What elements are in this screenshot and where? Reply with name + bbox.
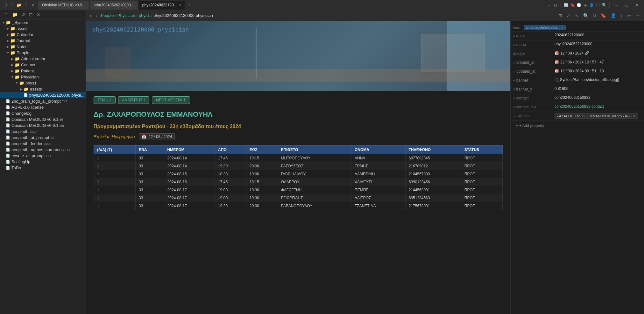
copy-icon[interactable]: ⧉ (591, 12, 598, 19)
table-row[interactable]: 1 33 2024-08-14 19:30 20:00 ΡΑΓΟΥΖΕΟΣ ΕΡ… (94, 162, 503, 170)
save-icon[interactable]: ↑ (24, 3, 29, 8)
sidebar-item-assets[interactable]: ▶ 📁 assets (0, 26, 86, 32)
cell-phone: 6951234563 (405, 194, 461, 202)
reading-mode-icon[interactable]: ⊞ (557, 12, 564, 19)
sidebar-item-notes[interactable]: ▶ 📁 Notes (0, 44, 86, 50)
sidebar-item-contact[interactable]: ▶ 📁 Contact (0, 62, 86, 68)
folder-icon-administrator: 📁 (15, 56, 20, 61)
sidebar-item-assets2[interactable]: ▶ 📁 assets (0, 86, 86, 92)
tab-add-button[interactable]: + (186, 2, 193, 9)
more-icon[interactable]: ⋯ (634, 12, 641, 19)
close-icon[interactable]: ✕ (31, 3, 36, 8)
sidebar-item-system[interactable]: ▼ 📁 _System (0, 19, 86, 26)
sidebar-item-agpl[interactable]: 📄 AGPL-3.0 license (0, 104, 86, 110)
collapse-tool[interactable]: ⊟ (28, 11, 34, 18)
sidebar-item-peopledb[interactable]: 📄 peopledb JSON (0, 128, 86, 135)
panel-icon[interactable]: ⊡ (553, 3, 558, 8)
fullscreen-icon[interactable]: ⤡ (573, 12, 580, 19)
key-label-date: date (517, 51, 525, 56)
new-file-tool[interactable]: 🗋 (3, 11, 10, 18)
sidebar-label-contact: Contact (21, 62, 35, 67)
sidebar-item-rewrite-ai[interactable]: 📄 rewrite_ai_prompt TXT (0, 153, 86, 159)
tab-adm[interactable]: adm20240626210000... (90, 1, 138, 10)
sidebar-item-physician[interactable]: ▼ 📁 Physician (0, 74, 86, 80)
search-icon2[interactable]: 🔍 (602, 3, 607, 8)
alias-remove-aliases[interactable]: ✕ (633, 114, 636, 118)
sidebar-item-journal[interactable]: ▶ 📁 Journal (0, 38, 86, 44)
table-row[interactable]: 1 33 2024-08-14 17:45 18:15 ΜΗΤΡΟΠΟΥΛΟΥ … (94, 154, 503, 162)
new-folder-tool[interactable]: 📁 (11, 11, 19, 18)
table-row[interactable]: 1 33 2024-08-17 19:00 19:30 ΦΑΓΩΓΕΝΗ ΠΕΜ… (94, 186, 503, 194)
sidebar-item-todo[interactable]: 📄 ToDo (0, 165, 86, 171)
sidebar-item-phys1[interactable]: ▼ 📁 phys1 (0, 80, 86, 86)
sidebar-item-phys-file[interactable]: 📄 phys20240622120000.physi... (0, 92, 86, 98)
cell-status: ΠΡΟΓ (461, 186, 502, 194)
minimize-button[interactable]: ─ (612, 2, 621, 8)
contact-button[interactable]: ΕΠΑΦΗ (94, 96, 116, 104)
date-value: 12 / 08 / 2024 (149, 135, 172, 139)
tag-remove-icon[interactable]: ✕ (561, 26, 563, 29)
cal-icon2-created_at: 📅 (555, 60, 559, 64)
bookmark2-icon[interactable]: 🔖 (599, 12, 608, 19)
close-button[interactable]: ✕ (633, 2, 641, 8)
sidebar-item-patient[interactable]: ▶ 📁 Patient (0, 68, 86, 74)
new-file-icon[interactable]: 🗋 (10, 3, 15, 8)
prop-link-contact_link[interactable]: con20240620150833.contact (555, 104, 604, 109)
sidebar-item-changelog[interactable]: 📄 Changelog (0, 110, 86, 116)
sidebar-item-peopledb-feeder[interactable]: 📄 peopledb_feeder JSON (0, 141, 86, 147)
sidebar-label-rewrite-ai: rewrite_ai_prompt (11, 153, 45, 158)
bookmark-icon[interactable]: 🔖 (570, 3, 575, 8)
sidebar-item-obsidian-el[interactable]: 📄 Obsidian MEDILIG v0.9.1.el (0, 116, 86, 122)
folder-icon-people: 📁 (10, 50, 15, 55)
dropdown-icon[interactable]: ⌄ (547, 3, 552, 8)
new-patient-button[interactable]: ΝΕΟΣ ΑΣΘΕΝΗΣ (152, 96, 190, 104)
sidebar-item-2nd-brain[interactable]: 📄 2nd_brain_logo_ai_prompt TXT (0, 98, 86, 104)
sidebar-label-agpl: AGPL-3.0 license (11, 105, 44, 110)
arrow-assets: ▶ (6, 27, 10, 30)
back-button[interactable]: ‹ (88, 12, 93, 19)
refresh-tool[interactable]: ↺ (20, 11, 26, 18)
time-icon[interactable]: 🕐 (576, 3, 581, 8)
key-label-name: name (516, 42, 526, 47)
table-row[interactable]: 1 33 2024-08-17 19:30 20:00 ΡΑΒΑΝΟΠΟΥΛΟΥ… (94, 202, 503, 210)
forward-button[interactable]: › (95, 12, 99, 19)
sidebar-item-scalingup[interactable]: 📄 ScalingUp (0, 159, 86, 165)
open-folder-icon[interactable]: 📂 (17, 3, 22, 8)
sidebar-item-peopledb-ai[interactable]: 📄 peopledb_ai_prompt TXT (0, 135, 86, 141)
date-picker[interactable]: 📅 12 / 08 / 2024 (139, 133, 175, 140)
person-icon[interactable]: 👤 (589, 3, 594, 8)
edit-icon[interactable]: ✏ (626, 12, 633, 19)
breadcrumb-phys1[interactable]: phys1 (139, 13, 150, 18)
search-content-icon[interactable]: 🔍 (582, 12, 590, 19)
sidebar-item-calendar[interactable]: ▶ 📁 Calendar (0, 32, 86, 38)
tab-obsidian[interactable]: Obsidian MEDILIG v0.9... (38, 1, 89, 10)
badge-peopledb-ai: TXT (51, 136, 56, 139)
breadcrumb-physician[interactable]: Physician (117, 13, 135, 18)
publish-icon[interactable]: ↑ (619, 12, 624, 19)
search-button[interactable]: ΑΝΑΖΗΤΗΣΗ (118, 96, 150, 104)
tab-phys-close[interactable]: ✕ (179, 4, 181, 7)
sidebar-item-obsidian-en[interactable]: 📄 Obsidian MEDILIG v0.9.1.en (0, 122, 86, 128)
link-icon-date[interactable]: 🔗 (585, 51, 589, 55)
person2-icon[interactable]: 👤 (609, 12, 618, 19)
sidebar-item-people[interactable]: ▼ 📁 People (0, 50, 86, 56)
shield-icon[interactable]: 🛡 (595, 3, 600, 8)
close-sidebar-tool[interactable]: ✕ (35, 11, 42, 18)
sidebar-item-administrator[interactable]: ▶ 📁 Administrator (0, 56, 86, 62)
col-week: ΕΒΔ (135, 146, 164, 154)
table-row[interactable]: 1 33 2024-08-15 18:30 19:00 ΓΑΒΡΙΗΛΙΔΟΥ … (94, 170, 503, 178)
col-status: STATUS (461, 146, 502, 154)
add-property-button[interactable]: + + Add property (511, 121, 644, 130)
table-row[interactable]: 1 33 2024-08-17 19:00 19:30 ΕΓΙΩΡΓΙΔΗΣ Δ… (94, 194, 503, 202)
table-row[interactable]: 1 33 2024-08-16 17:45 18:15 ΘΑΛΕΡΟΥ ΧΑΙΔ… (94, 178, 503, 186)
tab-phys[interactable]: phys20240622120... ✕ (138, 1, 185, 10)
prop-value-contact: con20240620150833 (555, 95, 641, 100)
expand-icon[interactable]: ⤢ (565, 12, 572, 19)
maximize-button[interactable]: □ (622, 2, 631, 8)
graph-icon[interactable]: ◈ (583, 3, 588, 8)
sidebar-item-peopledb-names[interactable]: 📄 peopledb_names_surnames TXT (0, 147, 86, 153)
content-area: ‹ › People / Physician / phys1 / phys202… (86, 10, 644, 314)
breadcrumb-people[interactable]: People (101, 13, 114, 18)
prop-key-contact_link: ≡ contact_link (513, 104, 555, 109)
sync-icon[interactable]: 🔄 (563, 3, 569, 8)
